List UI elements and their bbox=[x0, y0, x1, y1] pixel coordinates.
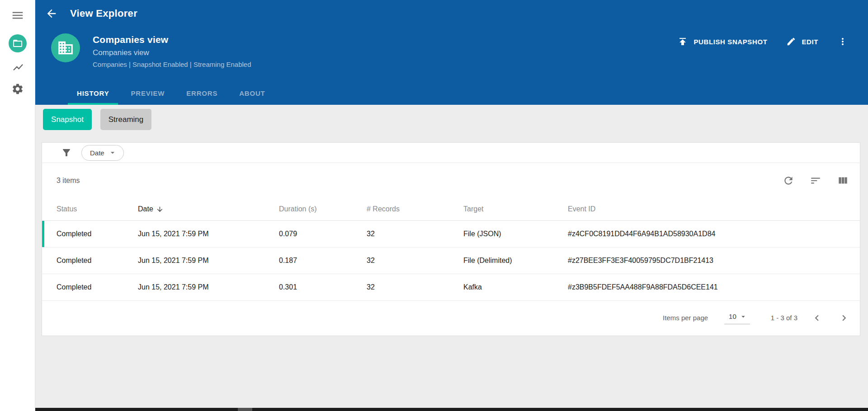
page-header: View Explorer Companies view Companies v… bbox=[35, 0, 868, 105]
app-folder-icon[interactable] bbox=[9, 34, 27, 52]
pencil-icon bbox=[786, 37, 796, 47]
edit-label: EDIT bbox=[802, 38, 818, 46]
cell-status: Completed bbox=[57, 257, 138, 265]
cell-event-id: #z27BEE3FF3E3F40059795DC7D1BF21413 bbox=[568, 257, 860, 265]
columns-icon[interactable] bbox=[836, 174, 849, 187]
cell-records: 32 bbox=[367, 230, 463, 238]
page-title: View Explorer bbox=[70, 8, 137, 19]
cell-target: File (JSON) bbox=[463, 230, 568, 238]
publish-label: PUBLISH SNAPSHOT bbox=[693, 38, 767, 46]
chevron-down-icon bbox=[739, 313, 747, 321]
cell-target: Kafka bbox=[463, 283, 568, 291]
edit-button[interactable]: EDIT bbox=[786, 37, 818, 47]
column-header-records[interactable]: # Records bbox=[367, 205, 463, 213]
streaming-button[interactable]: Streaming bbox=[100, 109, 151, 130]
tab-bar: HISTORY PREVIEW ERRORS ABOUT bbox=[68, 83, 274, 105]
cell-date: Jun 15, 2021 7:59 PM bbox=[138, 257, 279, 265]
page-range-label: 1 - 3 of 3 bbox=[771, 314, 797, 322]
tab-errors[interactable]: ERRORS bbox=[177, 83, 226, 105]
gear-icon[interactable] bbox=[11, 83, 24, 95]
publish-icon bbox=[677, 36, 688, 47]
cell-event-id: #z4CF0C8191DD44F6A94B1AD58930A1D84 bbox=[568, 230, 860, 238]
date-filter-chip[interactable]: Date bbox=[81, 145, 124, 161]
items-per-page-label: Items per page bbox=[663, 314, 708, 322]
previous-page-icon[interactable] bbox=[809, 310, 825, 326]
chevron-down-icon bbox=[108, 148, 117, 157]
horizontal-scrollbar[interactable] bbox=[0, 408, 868, 411]
building-icon bbox=[57, 39, 74, 56]
selected-row-indicator bbox=[42, 221, 44, 247]
table-header-row: Status Date Duration (s) # Records Targe… bbox=[42, 198, 860, 221]
column-header-event-id[interactable]: Event ID bbox=[568, 205, 860, 213]
snapshot-button[interactable]: Snapshot bbox=[43, 109, 92, 130]
table-row[interactable]: Completed Jun 15, 2021 7:59 PM 0.079 32 … bbox=[42, 221, 860, 248]
companies-avatar bbox=[51, 33, 80, 62]
left-rail bbox=[0, 0, 35, 411]
sort-icon[interactable] bbox=[809, 174, 822, 187]
cell-duration: 0.079 bbox=[279, 230, 367, 238]
view-summary: Companies view Companies view Companies … bbox=[51, 33, 251, 68]
cell-records: 32 bbox=[367, 257, 463, 265]
filter-funnel-icon[interactable] bbox=[61, 147, 72, 159]
cell-target: File (Delimited) bbox=[463, 257, 568, 265]
cell-event-id: #z3B9B5FDEF5AA488F9A88FDA5D6CEE141 bbox=[568, 283, 860, 291]
view-title: Companies view bbox=[93, 34, 251, 45]
column-header-target[interactable]: Target bbox=[463, 205, 568, 213]
publish-snapshot-button[interactable]: PUBLISH SNAPSHOT bbox=[677, 36, 767, 47]
cell-status: Completed bbox=[57, 283, 138, 291]
filter-bar: Date bbox=[42, 143, 860, 163]
history-card: Date 3 items Status Date Duration (s) # … bbox=[42, 142, 860, 336]
date-filter-label: Date bbox=[90, 149, 104, 157]
sort-desc-arrow-icon bbox=[156, 206, 164, 213]
tab-preview[interactable]: PREVIEW bbox=[122, 83, 174, 105]
page-size-value: 10 bbox=[729, 313, 736, 320]
refresh-icon[interactable] bbox=[782, 174, 795, 187]
page-size-select[interactable]: 10 bbox=[724, 312, 750, 324]
kebab-menu-icon[interactable] bbox=[836, 35, 849, 48]
column-header-duration[interactable]: Duration (s) bbox=[279, 205, 367, 213]
cell-records: 32 bbox=[367, 283, 463, 291]
cell-date: Jun 15, 2021 7:59 PM bbox=[138, 230, 279, 238]
items-count: 3 items bbox=[57, 177, 80, 185]
pagination-bar: Items per page 10 1 - 3 of 3 bbox=[42, 301, 860, 335]
cell-date: Jun 15, 2021 7:59 PM bbox=[138, 283, 279, 291]
cell-duration: 0.301 bbox=[279, 283, 367, 291]
column-header-date[interactable]: Date bbox=[138, 205, 279, 213]
scrollbar-notch bbox=[238, 408, 252, 411]
column-header-status[interactable]: Status bbox=[57, 205, 138, 213]
menu-icon[interactable] bbox=[11, 10, 24, 21]
table-row[interactable]: Completed Jun 15, 2021 7:59 PM 0.301 32 … bbox=[42, 274, 860, 301]
tab-about[interactable]: ABOUT bbox=[230, 83, 274, 105]
cell-status: Completed bbox=[57, 230, 138, 238]
list-toolbar: 3 items bbox=[42, 163, 860, 198]
header-actions: PUBLISH SNAPSHOT EDIT bbox=[677, 35, 849, 48]
back-arrow-icon[interactable] bbox=[45, 7, 58, 20]
view-subtitle: Companies view bbox=[93, 48, 251, 57]
view-meta: Companies | Snapshot Enabled | Streaming… bbox=[93, 61, 251, 68]
next-page-icon[interactable] bbox=[836, 310, 852, 326]
table-row[interactable]: Completed Jun 15, 2021 7:59 PM 0.187 32 … bbox=[42, 248, 860, 274]
chart-icon[interactable] bbox=[12, 61, 24, 73]
app-bar: View Explorer bbox=[35, 0, 868, 27]
tab-history[interactable]: HISTORY bbox=[68, 83, 118, 105]
cell-duration: 0.187 bbox=[279, 257, 367, 265]
